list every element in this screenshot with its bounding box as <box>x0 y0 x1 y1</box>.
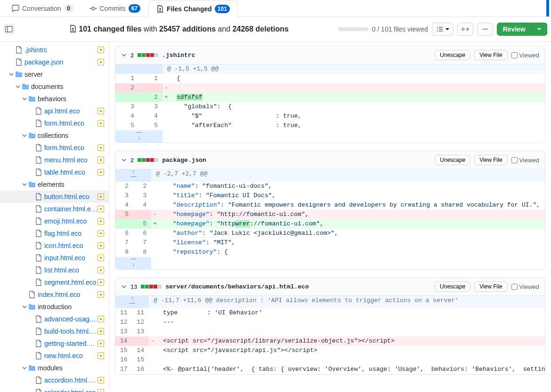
code-line[interactable]: "$" : true, <box>162 112 545 121</box>
modified-icon <box>97 352 104 359</box>
tree-file-emoji-html-eco[interactable]: emoji.html.eco <box>0 215 109 227</box>
diff-view-button[interactable] <box>457 23 473 36</box>
code-line[interactable]: +sdfsfsf <box>162 93 545 102</box>
diff-area[interactable]: 2 .jshintrc Unescape View File Viewed @ … <box>109 42 551 392</box>
modified-icon <box>97 108 104 114</box>
tree-folder-modules[interactable]: modules <box>0 362 109 374</box>
view-file-button[interactable]: View File <box>474 281 507 292</box>
tree-file-package-json[interactable]: package.json <box>0 56 109 68</box>
file-name[interactable]: server/documents/behaviors/api.html.eco <box>165 283 308 290</box>
code-line[interactable]: "author": "Jack Lukic <jacklukic@gmail.c… <box>151 229 545 238</box>
tab-files-count: 101 <box>215 5 230 13</box>
code-line[interactable]: -<script src="/javascript/library/serial… <box>149 336 545 346</box>
viewed-checkbox[interactable] <box>511 284 518 290</box>
tree-file-accordion[interactable]: accordion.html.eco <box>0 374 109 386</box>
tree-item-label: documents <box>31 82 105 91</box>
review-button[interactable]: Review <box>497 23 532 36</box>
tree-file-coll-form[interactable]: form.html.eco <box>0 142 109 154</box>
code-line[interactable]: <script src="/javascript/api.js"></scrip… <box>149 346 545 355</box>
tree-file-getting-started[interactable]: getting-started.ht… <box>0 337 109 350</box>
tree-file-list-html-eco[interactable]: list.html.eco <box>0 264 109 276</box>
tree-file-advanced-usage[interactable]: advanced-usage.ht… <box>0 313 109 325</box>
diff-table: ↑┄┄@ -11,7 +11,6 @@ description : 'API a… <box>115 296 545 374</box>
code-line[interactable]: "name": "fomantic-ui-docs", <box>151 182 545 191</box>
modified-icon <box>97 193 104 200</box>
code-line[interactable]: "description": "Fomantic empowers design… <box>151 200 545 210</box>
code-line[interactable] <box>149 355 545 365</box>
file-tree-sidebar[interactable]: .jshintrcpackage.jsonserverdocumentsbeha… <box>0 42 109 392</box>
tree-file-new-html-eco[interactable]: new.html.eco <box>0 350 109 362</box>
code-line[interactable]: - <box>162 83 545 93</box>
tree-item-label: container.html.eco <box>44 204 97 214</box>
code-line[interactable] <box>149 327 545 336</box>
code-line[interactable]: --- <box>149 318 545 327</box>
tree-folder-behaviors[interactable]: behaviors <box>0 93 109 105</box>
tree-file-menu-html-eco[interactable]: menu.html.eco <box>0 154 109 166</box>
modified-icon <box>97 230 104 237</box>
code-line[interactable]: type : 'UI Behavior' <box>149 308 545 318</box>
tree-file-table-html-eco[interactable]: table.html.eco <box>0 166 109 178</box>
tree-item-label: input.html.eco <box>44 253 97 263</box>
tree-item-label: table.html.eco <box>44 168 97 177</box>
review-dropdown[interactable] <box>532 23 547 36</box>
tree-folder-collections[interactable]: collections <box>0 129 109 142</box>
whitespace-button[interactable] <box>432 23 454 36</box>
expand-down-button[interactable]: ┄┄↓ <box>115 130 162 143</box>
code-line[interactable]: "title": "Fomantic UI Docs", <box>151 191 545 200</box>
code-line[interactable]: { <box>162 74 545 83</box>
view-file-button[interactable]: View File <box>474 50 507 60</box>
unescape-button[interactable]: Unescape <box>435 50 470 60</box>
viewed-toggle[interactable]: Viewed <box>511 52 539 59</box>
more-options-button[interactable] <box>477 23 493 36</box>
right-scrollbar[interactable] <box>546 0 549 16</box>
code-line[interactable]: "globals": { <box>162 102 545 112</box>
viewed-checkbox[interactable] <box>511 52 518 58</box>
file-toggle[interactable] <box>121 52 127 58</box>
file-name[interactable]: package.json <box>162 157 206 164</box>
file-icon <box>35 205 42 213</box>
expand-down-button[interactable]: ┄┄↓ <box>115 257 151 269</box>
tree-file-button-html-eco[interactable]: button.html.eco <box>0 191 109 203</box>
code-line[interactable]: "license": "MIT", <box>151 238 545 248</box>
tree-file-build-tools[interactable]: build-tools.html.eco <box>0 325 109 337</box>
code-line[interactable]: <%- @partial('header', { tabs: { overvie… <box>149 365 545 374</box>
code-line[interactable]: + "homepage": "httpwrer://fomantic-ui.co… <box>151 219 545 229</box>
tree-file-jshintrc[interactable]: .jshintrc <box>0 44 109 56</box>
file-toggle[interactable] <box>121 157 127 163</box>
tree-file-flag-html-eco[interactable]: flag.html.eco <box>0 227 109 240</box>
expand-up-button[interactable]: ↑┄┄ <box>115 296 149 308</box>
modified-icon <box>97 377 104 384</box>
diff-table: ↑┄┄@ -2,7 +2,7 @@ 22 "name": "fomantic-u… <box>115 169 545 269</box>
unescape-button[interactable]: Unescape <box>435 281 470 292</box>
view-file-button[interactable]: View File <box>474 155 507 165</box>
tree-file-input-html-eco[interactable]: input.html.eco <box>0 252 109 264</box>
tree-file-calendar[interactable]: calendar.html.eco <box>0 386 109 392</box>
tree-folder-server[interactable]: server <box>0 68 109 80</box>
tree-file-icon-html-eco[interactable]: icon.html.eco <box>0 240 109 252</box>
tab-files[interactable]: Files Changed 101 <box>148 0 238 17</box>
expand-up-button[interactable]: ↑┄┄ <box>115 169 151 182</box>
tab-commits-count: 67 <box>129 4 140 13</box>
toggle-sidebar-button[interactable] <box>4 24 14 34</box>
file-toggle[interactable] <box>121 284 127 289</box>
tree-folder-documents[interactable]: documents <box>0 80 109 93</box>
tree-file-form-html-eco[interactable]: form.html.eco <box>0 117 109 129</box>
chevron-down-icon <box>14 84 22 89</box>
code-line[interactable]: - "homepage": "http://fomantic-ui.com", <box>151 210 545 219</box>
viewed-checkbox[interactable] <box>511 157 518 163</box>
file-name[interactable]: .jshintrc <box>162 52 195 59</box>
tree-file-segment-html-eco[interactable]: segment.html.eco <box>0 276 109 288</box>
tab-conversation[interactable]: Conversation 0 <box>4 0 81 16</box>
tree-file-container-html-eco[interactable]: container.html.eco <box>0 203 109 215</box>
review-button-group: Review <box>497 23 547 36</box>
tree-file-index-html-eco[interactable]: index.html.eco <box>0 288 109 301</box>
viewed-toggle[interactable]: Viewed <box>511 283 539 290</box>
code-line[interactable]: "repository": { <box>151 248 545 257</box>
tree-file-api-html-eco[interactable]: api.html.eco <box>0 105 109 117</box>
tab-commits[interactable]: Commits 67 <box>81 0 149 16</box>
tree-folder-introduction[interactable]: introduction <box>0 301 109 313</box>
tree-folder-elements[interactable]: elements <box>0 178 109 191</box>
unescape-button[interactable]: Unescape <box>435 155 470 165</box>
code-line[interactable]: "afterEach" : true, <box>162 121 545 130</box>
viewed-toggle[interactable]: Viewed <box>511 157 539 164</box>
